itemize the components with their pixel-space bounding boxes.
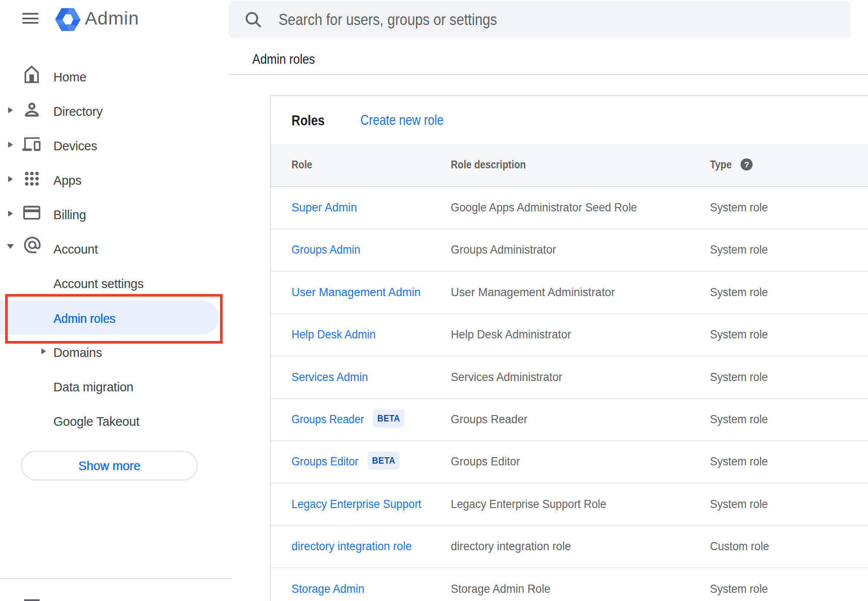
- svg-text:?: ?: [744, 160, 749, 169]
